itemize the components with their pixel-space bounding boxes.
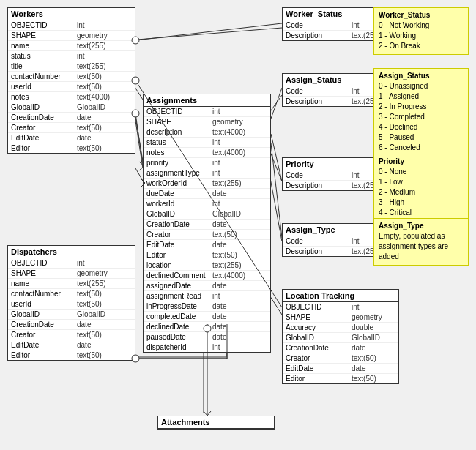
table-row: EditDatedate (8, 133, 135, 143)
table-row: descriptiontext(4000) (144, 127, 270, 138)
dispatchers-table-header: Dispatchers (8, 246, 135, 258)
table-row: Accuracydouble (283, 323, 398, 333)
table-row: dispatcherIdint (144, 342, 270, 352)
table-row: assignedDatedate (144, 281, 270, 291)
table-row: SHAPEgeometry (8, 31, 135, 41)
svg-line-14 (135, 168, 143, 181)
table-row: SHAPEgeometry (283, 312, 398, 323)
note-item: 4 - Critical (379, 208, 464, 218)
table-row: assignmentReadint (144, 291, 270, 301)
table-row: GlobalIDGlobalID (283, 333, 398, 343)
table-row: declinedDatedate (144, 322, 270, 332)
note-item: 5 - Paused (379, 132, 464, 143)
priority-note-title: Priority (379, 157, 464, 165)
note-item: 6 - Canceled (379, 143, 464, 153)
table-row: pausedDatedate (144, 332, 270, 342)
workers-table-header: Workers (8, 8, 135, 20)
svg-line-19 (271, 143, 282, 238)
table-row: GlobalIDGlobalID (8, 102, 135, 113)
table-row: assignmentTypeint (144, 168, 270, 179)
table-row: SHAPEgeometry (8, 269, 135, 279)
table-row: Editortext(50) (8, 350, 135, 360)
dispatchers-table: Dispatchers OBJECTIDint SHAPEgeometry na… (7, 245, 135, 361)
table-row: userIdtext(50) (8, 299, 135, 310)
table-row: GlobalIDGlobalID (8, 310, 135, 320)
location-tracking-table: Location Tracking OBJECTIDint SHAPEgeome… (282, 289, 399, 384)
table-row: workerIdint (144, 199, 270, 209)
table-row: CreationDatedate (144, 220, 270, 230)
assignments-table: Assignments OBJECTIDint SHAPEgeometry de… (143, 94, 271, 353)
table-row: notestext(4000) (144, 148, 270, 158)
table-row: GlobalIDGlobalID (144, 209, 270, 220)
attachments-table-header: Attachments (158, 416, 274, 429)
assign-status-note-title: Assign_Status (379, 72, 464, 80)
note-item: Empty, populated as (379, 231, 464, 241)
table-row: statusint (8, 51, 135, 61)
table-row: contactNumbertext(50) (8, 72, 135, 82)
svg-line-0 (128, 28, 282, 40)
table-row: userIdtext(50) (8, 82, 135, 92)
note-item: 2 - In Progress (379, 102, 464, 112)
table-row: nametext(255) (8, 279, 135, 289)
note-item: 3 - High (379, 198, 464, 208)
table-row: SHAPEgeometry (144, 117, 270, 127)
table-row: locationtext(255) (144, 260, 270, 271)
table-row: OBJECTIDint (144, 107, 270, 117)
note-item: 2 - Medium (379, 187, 464, 198)
table-row: titletext(255) (8, 61, 135, 72)
note-item: 3 - Completed (379, 112, 464, 122)
note-item: 1 - Working (379, 31, 464, 41)
table-row: notestext(4000) (8, 92, 135, 102)
table-row: declinedCommenttext(4000) (144, 271, 270, 281)
table-row: nametext(255) (8, 41, 135, 51)
assign-type-note-title: Assign_Type (379, 222, 464, 230)
table-row: contactNumbertext(50) (8, 289, 135, 299)
diagram-container: Workers OBJECTIDint SHAPEgeometry namete… (0, 0, 476, 450)
table-row: OBJECTIDint (283, 302, 398, 312)
attachments-table: Attachments (157, 416, 275, 430)
table-row: EditDatedate (8, 340, 135, 350)
table-row: CreationDatedate (8, 320, 135, 330)
table-row: priorityint (144, 158, 270, 168)
worker-status-note: Worker_Status 0 - Not Working 1 - Workin… (373, 7, 469, 55)
table-row: CreationDatedate (283, 343, 398, 353)
svg-line-29 (135, 113, 143, 165)
note-item: 4 - Declined (379, 122, 464, 132)
note-item: 1 - Assigned (379, 91, 464, 102)
table-row: dueDatedate (144, 189, 270, 199)
table-row: EditDatedate (283, 364, 398, 374)
table-row: Editortext(50) (283, 374, 398, 383)
table-row: Creatortext(50) (8, 123, 135, 133)
note-item: 1 - Low (379, 177, 464, 187)
note-item: assignment types are added (379, 241, 464, 262)
note-item: 0 - Unassigned (379, 81, 464, 91)
table-row: Editortext(50) (144, 250, 270, 260)
table-row: OBJECTIDint (8, 258, 135, 269)
table-row: completedDatedate (144, 312, 270, 322)
table-row: statusint (144, 138, 270, 148)
note-item: 0 - Not Working (379, 20, 464, 31)
assign-status-note: Assign_Status 0 - Unassigned 1 - Assigne… (373, 68, 469, 157)
table-row: Creatortext(50) (8, 330, 135, 340)
location-tracking-table-header: Location Tracking (283, 290, 398, 302)
assignments-table-header: Assignments (144, 94, 270, 107)
workers-table: Workers OBJECTIDint SHAPEgeometry namete… (7, 7, 135, 154)
table-row: EditDatedate (144, 240, 270, 250)
table-row: Creatortext(50) (283, 353, 398, 364)
assign-type-note: Assign_Type Empty, populated as assignme… (373, 218, 469, 266)
table-row: Creatortext(50) (144, 230, 270, 240)
table-row: OBJECTIDint (8, 20, 135, 31)
table-row: CreationDatedate (8, 113, 135, 123)
table-row: inProgressDatedate (144, 301, 270, 312)
note-item: 2 - On Break (379, 41, 464, 51)
priority-note: Priority 0 - None 1 - Low 2 - Medium 3 -… (373, 154, 469, 222)
note-item: 0 - None (379, 167, 464, 177)
svg-line-12 (135, 23, 282, 40)
table-row: workOrderIdtext(255) (144, 179, 270, 189)
svg-line-18 (271, 134, 282, 181)
worker-status-note-title: Worker_Status (379, 11, 464, 19)
svg-line-17 (271, 88, 282, 119)
table-row: Editortext(50) (8, 143, 135, 153)
